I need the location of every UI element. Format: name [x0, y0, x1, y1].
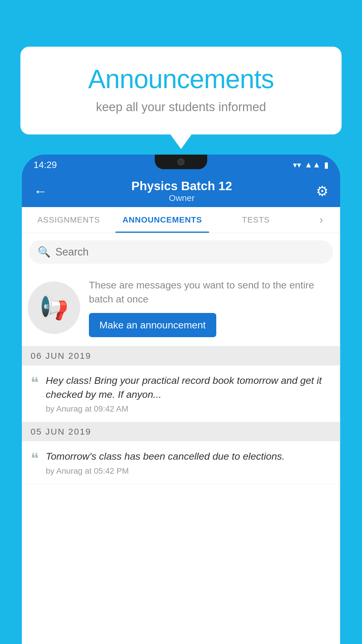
announcement-item-1[interactable]: ❝ Hey class! Bring your practical record… — [22, 365, 340, 422]
settings-icon[interactable]: ⚙ — [316, 183, 328, 199]
tab-announcements[interactable]: ANNOUNCEMENTS — [115, 207, 209, 233]
quote-icon-2: ❝ — [31, 449, 39, 466]
empty-state-description: These are messages you want to send to t… — [89, 278, 331, 306]
quote-icon-1: ❝ — [31, 374, 39, 391]
wifi-icon: ▾▾ — [293, 160, 301, 170]
empty-state: 📢 These are messages you want to send to… — [22, 270, 340, 346]
speech-bubble-subtitle: keep all your students informed — [44, 100, 318, 114]
speech-bubble: Announcements keep all your students inf… — [20, 47, 342, 134]
announcement-item-2[interactable]: ❝ Tomorrow's class has been cancelled du… — [22, 441, 340, 484]
tab-bar: ASSIGNMENTS ANNOUNCEMENTS TESTS › — [22, 207, 340, 233]
app-bar: ← Physics Batch 12 Owner ⚙ — [22, 175, 340, 207]
date-divider-2: 05 JUN 2019 — [22, 422, 340, 441]
batch-name: Physics Batch 12 — [131, 179, 232, 193]
search-icon: 🔍 — [38, 246, 51, 258]
app-bar-title: Physics Batch 12 Owner — [131, 179, 232, 203]
battery-icon: ▮ — [324, 160, 328, 170]
megaphone-circle: 📢 — [28, 281, 80, 334]
megaphone-icon: 📢 — [39, 294, 68, 321]
batch-role: Owner — [131, 193, 232, 203]
announcement-text-2: Tomorrow's class has been cancelled due … — [46, 449, 285, 463]
speech-bubble-title: Announcements — [44, 64, 318, 94]
tab-tests[interactable]: TESTS — [209, 207, 303, 233]
announcement-text-1: Hey class! Bring your practical record b… — [46, 374, 331, 401]
back-button[interactable]: ← — [34, 183, 48, 199]
speech-bubble-wrapper: Announcements keep all your students inf… — [20, 47, 342, 134]
search-input[interactable] — [55, 246, 324, 258]
announcement-content-2: Tomorrow's class has been cancelled due … — [46, 449, 285, 476]
tab-more[interactable]: › — [303, 207, 340, 233]
make-announcement-button[interactable]: Make an announcement — [89, 313, 216, 337]
announcement-content-1: Hey class! Bring your practical record b… — [46, 374, 331, 414]
phone-frame: 14:29 ▾▾ ▲▲ ▮ ← Physics Batch 12 Owner ⚙… — [22, 155, 340, 644]
empty-state-content: These are messages you want to send to t… — [89, 278, 331, 337]
search-bar[interactable]: 🔍 — [29, 240, 333, 264]
phone-notch — [155, 155, 207, 169]
status-icons: ▾▾ ▲▲ ▮ — [293, 160, 328, 170]
announcement-meta-1: by Anurag at 09:42 AM — [46, 404, 331, 414]
content-area: 🔍 📢 These are messages you want to send … — [22, 233, 340, 644]
tab-assignments[interactable]: ASSIGNMENTS — [22, 207, 115, 233]
signal-icon: ▲▲ — [305, 160, 321, 169]
announcement-meta-2: by Anurag at 05:42 PM — [46, 466, 285, 476]
date-divider-1: 06 JUN 2019 — [22, 346, 340, 365]
camera — [178, 158, 184, 165]
status-time: 14:29 — [34, 160, 57, 170]
